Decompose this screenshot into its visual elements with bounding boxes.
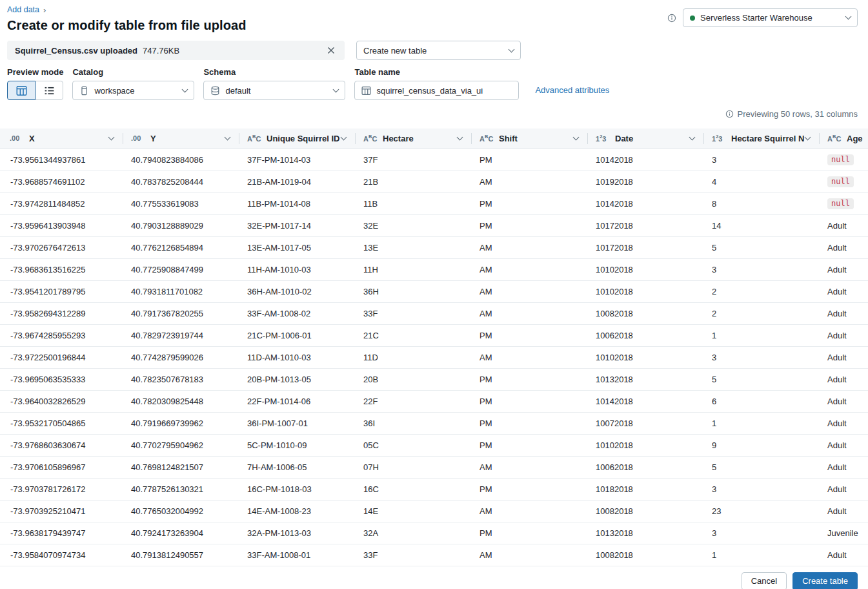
advanced-attributes-link[interactable]: Advanced attributes [535,85,609,95]
table-cell: 20B-PM-1013-05 [239,368,355,390]
table-cell: -73.9638179439747 [0,522,123,544]
table-row: -73.968857469110240.783782520844421B-AM-… [0,170,868,192]
table-cell: 11H-AM-1010-03 [239,258,355,280]
table-cell: AM [471,346,587,368]
column-menu-chevron-icon[interactable] [225,134,231,140]
warehouse-info-icon[interactable] [667,14,676,23]
table-mode-select[interactable]: Create new table [356,41,521,60]
table-cell: Adult [819,368,868,390]
table-cell: 10172018 [587,214,703,236]
schema-select[interactable]: default [203,81,345,100]
table-cell: PM [471,522,587,544]
preview-mode-list-button[interactable] [35,81,63,100]
table-cell: PM [471,368,587,390]
column-type-string-icon: ABC [479,134,499,143]
table-cell: Adult [819,412,868,434]
column-header-unique-squirrel-id[interactable]: ABCUnique Squirrel ID [239,129,355,149]
table-cell: Adult [819,302,868,324]
table-cell: PM [471,478,587,500]
column-menu-chevron-icon[interactable] [108,134,115,140]
table-cell: 6 [703,390,819,412]
column-header-hectare-squirrel-n[interactable]: 123Hectare Squirrel N [703,129,819,149]
column-header-hectare[interactable]: ABCHectare [355,129,471,149]
table-cell: 10102018 [587,258,703,280]
table-cell: 36H [355,280,471,302]
null-value-badge: null [827,176,854,187]
table-cell: 40.7837825208444 [123,170,239,192]
chevron-down-icon [182,86,188,92]
table-row: -73.956134493786140.794082388408637F-PM-… [0,149,868,170]
table-cell: AM [471,170,587,192]
table-cell: -73.9695063535333 [0,368,123,390]
breadcrumb-separator: › [43,5,46,15]
table-cell: 40.7924173263904 [123,522,239,544]
column-header-label: Date [615,134,690,143]
column-header-label: X [29,134,109,143]
table-cell: 16C-PM-1018-03 [239,478,355,500]
table-cell: 40.7917367820255 [123,302,239,324]
column-menu-chevron-icon[interactable] [457,134,463,140]
table-cell: 33F [355,302,471,324]
remove-file-button[interactable] [325,45,337,56]
table-name-input[interactable] [376,86,512,96]
table-cell: 40.7913812490557 [123,544,239,566]
column-header-date[interactable]: 123Date [587,129,703,149]
column-menu-chevron-icon[interactable] [573,134,580,140]
cancel-button[interactable]: Cancel [742,572,787,589]
column-type-string-icon: ABC [363,134,383,143]
column-header-age[interactable]: ABCAge [819,129,868,149]
table-cell: 11H [355,258,471,280]
preview-mode-label: Preview mode [7,67,63,77]
preview-table-scroll[interactable]: .00X.00YABCUnique Squirrel IDABCHectareA… [0,129,868,566]
table-cell: 14E-AM-1008-23 [239,500,355,522]
table-cell: Adult [819,214,868,236]
table-cell: 40.7702795904962 [123,434,239,456]
table-cell: Adult [819,456,868,478]
column-header-y[interactable]: .00Y [123,129,239,149]
table-cell: 33F [355,544,471,566]
table-cell: 40.7931811701082 [123,280,239,302]
table-row: -73.967428595529340.782972391974421C-PM-… [0,324,868,346]
column-header-x[interactable]: .00X [0,129,123,149]
table-cell: 33F-AM-1008-01 [239,544,355,566]
column-header-shift[interactable]: ABCShift [471,129,587,149]
breadcrumb-add-data-link[interactable]: Add data [7,5,39,14]
create-table-button[interactable]: Create table [792,572,858,589]
data-preview-table: .00X.00YABCUnique Squirrel IDABCHectareA… [0,129,868,566]
table-cell: null [819,192,868,214]
column-type-decimal-icon: .00 [131,134,150,142]
table-cell: AM [471,544,587,566]
table-cell: -73.9706105896967 [0,456,123,478]
table-cell: Adult [819,280,868,302]
table-cell: 40.7765032004992 [123,500,239,522]
table-cell: 10102018 [587,280,703,302]
table-cell: 13E-AM-1017-05 [239,236,355,258]
table-cell: 05C [355,434,471,456]
table-cell: 3 [703,346,819,368]
table-cell: 1 [703,324,819,346]
column-menu-chevron-icon[interactable] [341,134,347,140]
table-row: -73.968361351622540.772590884749911H-AM-… [0,258,868,280]
column-menu-chevron-icon[interactable] [805,134,811,140]
table-cell: 8 [703,192,819,214]
column-menu-chevron-icon[interactable] [689,134,696,140]
table-cell: 11D-AM-1010-03 [239,346,355,368]
table-row: -73.976860363067440.77027959049625C-PM-1… [0,434,868,456]
table-cell: 23 [703,500,819,522]
column-type-string-icon: ABC [827,134,847,143]
table-grid-icon [361,86,371,96]
preview-mode-table-button[interactable] [7,81,35,100]
table-cell: 32E-PM-1017-14 [239,214,355,236]
table-cell: 22F-PM-1014-06 [239,390,355,412]
catalog-icon [79,86,89,96]
warehouse-select[interactable]: Serverless Starter Warehouse [683,8,858,27]
table-cell: Adult [819,478,868,500]
table-row: -73.958269431228940.791736782025533F-AM-… [0,302,868,324]
table-cell: PM [471,412,587,434]
table-cell: 7H-AM-1006-05 [239,456,355,478]
table-cell: AM [471,500,587,522]
table-cell: 3 [703,149,819,170]
table-cell: -73.9768603630674 [0,434,123,456]
uploaded-file-bar: Squirrel_Census.csv uploaded 747.76KB [7,41,345,60]
catalog-select[interactable]: workspace [72,81,194,100]
